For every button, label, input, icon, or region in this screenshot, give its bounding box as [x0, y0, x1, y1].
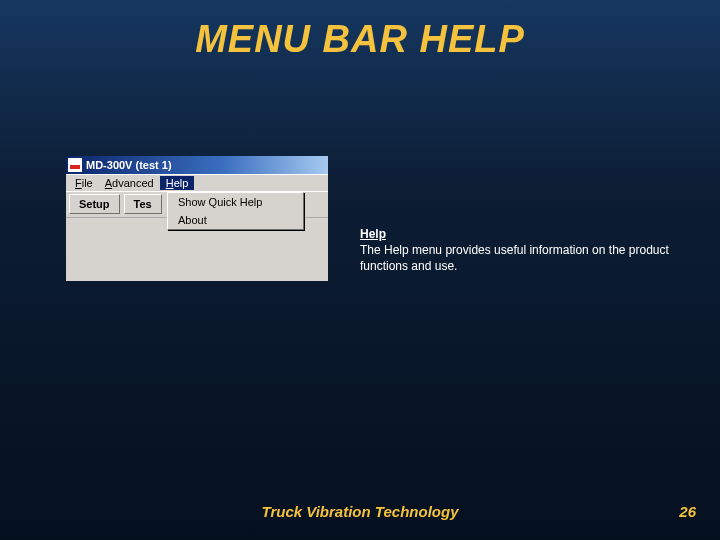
menu-advanced-mnemonic: A — [105, 177, 112, 189]
menu-help-mnemonic: H — [166, 177, 174, 189]
menu-advanced[interactable]: Advanced — [99, 176, 160, 190]
page-number: 26 — [679, 503, 696, 520]
app-window: MD-300V (test 1) File Advanced Help Setu… — [66, 156, 328, 281]
tab-test[interactable]: Tes — [124, 194, 162, 214]
menu-file[interactable]: File — [69, 176, 99, 190]
help-description-title: Help — [360, 226, 680, 242]
window-title-text: MD-300V (test 1) — [86, 159, 172, 171]
help-description-body: The Help menu provides useful informatio… — [360, 242, 680, 274]
toolbar-row: Setup Tes Show Quick Help About — [66, 191, 328, 217]
menu-help[interactable]: Help — [160, 176, 195, 190]
dropdown-show-quick-help[interactable]: Show Quick Help — [168, 193, 303, 211]
menu-help-rest: elp — [174, 177, 189, 189]
menu-file-rest: ile — [82, 177, 93, 189]
menubar: File Advanced Help — [66, 174, 328, 191]
dropdown-about[interactable]: About — [168, 211, 303, 229]
footer-text: Truck Vibration Technology — [0, 503, 720, 520]
app-icon — [68, 158, 82, 172]
tab-setup[interactable]: Setup — [69, 194, 120, 214]
window-titlebar[interactable]: MD-300V (test 1) — [66, 156, 328, 174]
menu-file-mnemonic: F — [75, 177, 82, 189]
help-description: Help The Help menu provides useful infor… — [360, 226, 680, 275]
help-dropdown: Show Quick Help About — [167, 192, 304, 230]
slide-title: MENU BAR HELP — [0, 0, 720, 61]
menu-advanced-rest: dvanced — [112, 177, 154, 189]
